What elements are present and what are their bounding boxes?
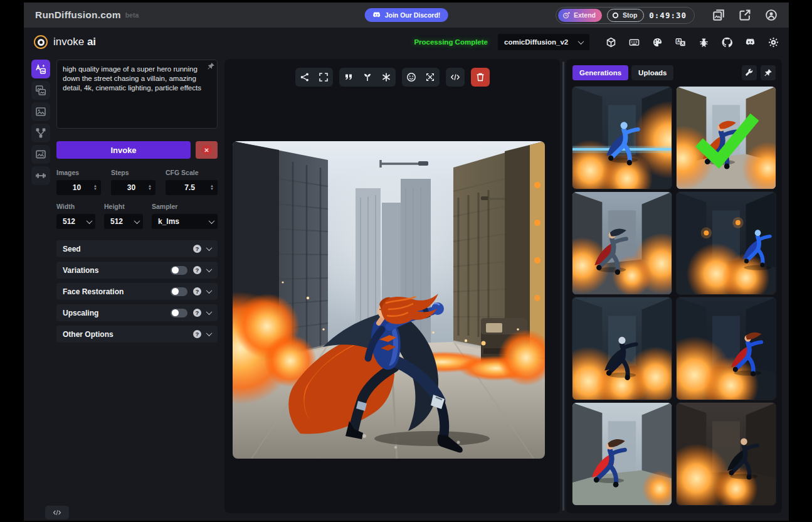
accordion-upscaling[interactable]: Upscaling ? <box>56 304 218 321</box>
toggle-switch[interactable] <box>171 309 187 317</box>
sampler-label: Sampler <box>152 203 218 210</box>
accordion-seed[interactable]: Seed ? <box>56 240 218 257</box>
sidebar-tab-text-to-image[interactable] <box>31 60 50 78</box>
gallery-thumbnail[interactable] <box>572 192 672 294</box>
keyboard-icon[interactable] <box>629 37 640 48</box>
current-image-panel <box>224 59 560 513</box>
help-icon[interactable]: ? <box>193 245 201 253</box>
invoke-button[interactable]: Invoke <box>56 141 191 159</box>
chevron-down-icon[interactable] <box>206 330 213 336</box>
height-select[interactable]: 512 <box>104 214 143 229</box>
invoke-header: invoke ai Processing Complete comicDiffu… <box>24 28 789 56</box>
cancel-button[interactable]: ✕ <box>196 141 218 159</box>
images-input[interactable]: 10 ▲▼ <box>56 180 101 195</box>
stepper-icons[interactable]: ▲▼ <box>148 184 152 191</box>
toggle-switch[interactable] <box>171 287 187 296</box>
sidebar-tab-nodes[interactable] <box>31 124 50 142</box>
stepper-icons[interactable]: ▲▼ <box>210 184 214 191</box>
help-icon[interactable]: ? <box>193 330 201 338</box>
cfg-scale-input[interactable]: 7.5 ▲▼ <box>166 180 218 195</box>
discord-icon[interactable] <box>745 37 756 48</box>
panel-resize-handle[interactable] <box>562 61 564 511</box>
palette-icon[interactable] <box>652 37 663 48</box>
prompt-input[interactable]: high quality image of a super hero runni… <box>56 60 218 129</box>
code-button[interactable] <box>446 68 465 87</box>
gallery-thumbnail[interactable] <box>572 87 672 189</box>
gallery-panel: Generations Uploads <box>566 59 782 513</box>
tab-generations[interactable]: Generations <box>572 65 628 80</box>
join-discord-button[interactable]: Join Our Discord! <box>365 8 448 22</box>
chevron-down-icon[interactable] <box>206 266 213 272</box>
upscale-button[interactable] <box>421 68 440 87</box>
use-all-button[interactable] <box>377 68 396 87</box>
console-toggle-button[interactable] <box>45 506 69 519</box>
clock-plus-icon <box>562 11 571 19</box>
image-toolbar <box>295 68 490 87</box>
help-icon[interactable]: ? <box>193 266 201 274</box>
face-restore-button[interactable] <box>402 68 421 87</box>
translate-icon[interactable]: A <box>675 37 686 48</box>
use-seed-button[interactable] <box>358 68 377 87</box>
sidebar-tab-unified-canvas[interactable] <box>31 102 50 121</box>
use-prompt-button[interactable] <box>339 68 358 87</box>
tab-uploads[interactable]: Uploads <box>631 65 673 80</box>
status-badge: Processing Complete <box>414 38 488 46</box>
brand-title: RunDiffusion.com <box>35 9 121 21</box>
images-label: Images <box>56 169 101 176</box>
accordion-face-restoration[interactable]: Face Restoration ? <box>56 283 218 300</box>
invoke-logo: invoke ai <box>34 35 96 49</box>
gallery-thumbnail[interactable] <box>677 403 776 505</box>
gallery-grid <box>572 87 776 505</box>
delete-image-button[interactable] <box>471 68 490 87</box>
expand-button[interactable] <box>314 68 333 87</box>
sidebar-tab-image-to-image[interactable] <box>31 81 50 100</box>
chevron-down-icon[interactable] <box>206 309 213 315</box>
gallery-thumbnail-selected[interactable] <box>677 87 776 189</box>
stepper-icons[interactable]: ▲▼ <box>93 184 97 191</box>
session-timer: 0:49:30 <box>649 11 687 20</box>
beta-badge: beta <box>125 11 139 19</box>
account-icon[interactable] <box>765 9 778 21</box>
gallery-thumbnail[interactable] <box>677 192 776 294</box>
selected-check-icon <box>688 100 764 176</box>
github-icon[interactable] <box>722 37 732 48</box>
sampler-select[interactable]: k_lms <box>152 214 218 229</box>
steps-label: Steps <box>111 169 156 176</box>
svg-text:A: A <box>677 38 680 43</box>
steps-input[interactable]: 30 ▲▼ <box>111 180 156 195</box>
toggle-switch[interactable] <box>171 266 187 275</box>
chevron-down-icon[interactable] <box>206 287 213 294</box>
model-select[interactable]: comicDiffusion_v2 <box>498 34 589 50</box>
settings-icon[interactable] <box>768 37 779 48</box>
accordion-variations[interactable]: Variations ? <box>56 262 218 279</box>
mode-tabbar <box>31 60 50 185</box>
current-image[interactable] <box>233 141 545 459</box>
wrench-icon[interactable] <box>742 65 757 80</box>
topbar-icon-group <box>712 9 778 21</box>
extend-session-button[interactable]: Extend <box>558 9 602 22</box>
gallery-icon[interactable] <box>712 9 725 21</box>
help-icon[interactable]: ? <box>193 309 201 317</box>
sidebar-tab-post-processing[interactable] <box>31 145 50 164</box>
session-timer-group: Extend Stop 0:49:30 <box>556 7 695 24</box>
external-link-icon[interactable] <box>739 9 751 21</box>
stop-session-button[interactable]: Stop <box>607 9 644 22</box>
cancel-x-icon: ✕ <box>202 145 212 155</box>
gallery-thumbnail[interactable] <box>572 403 672 505</box>
pin-icon[interactable] <box>761 65 776 80</box>
gallery-thumbnail[interactable] <box>677 297 776 400</box>
share-button[interactable] <box>295 68 314 87</box>
help-icon[interactable]: ? <box>193 287 201 296</box>
header-icon-group: A <box>606 37 779 48</box>
chevron-down-icon[interactable] <box>206 245 213 251</box>
advanced-accordions: Seed ? Variations ? Face Restoration ? U… <box>56 240 218 343</box>
width-select[interactable]: 512 <box>56 214 95 229</box>
accordion-other-options[interactable]: Other Options ? <box>56 326 218 343</box>
chevron-down-icon <box>134 218 140 224</box>
cube-icon[interactable] <box>606 37 616 48</box>
gallery-thumbnail[interactable] <box>572 297 672 400</box>
bug-icon[interactable] <box>699 37 709 48</box>
width-label: Width <box>56 203 95 210</box>
sidebar-tab-training[interactable] <box>31 166 50 185</box>
pin-icon[interactable] <box>207 61 215 70</box>
